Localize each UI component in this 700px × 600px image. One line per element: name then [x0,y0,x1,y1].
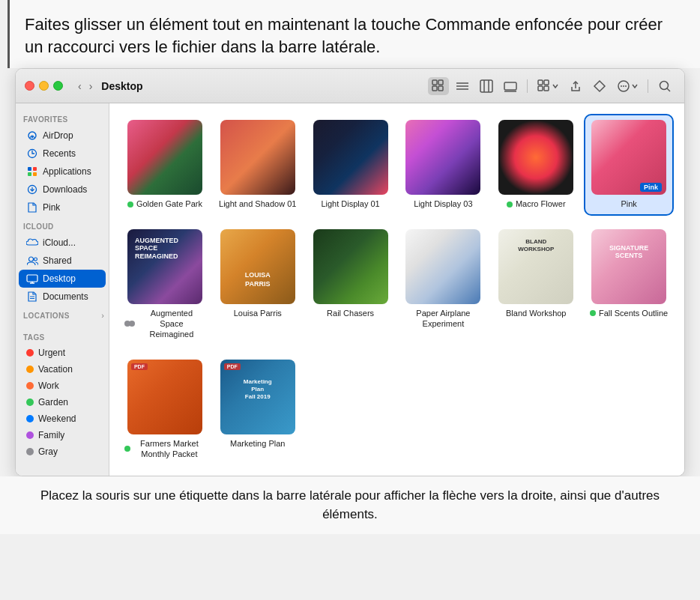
file-name-louisa: Louisa Parris [234,308,282,318]
svg-point-18 [621,85,622,87]
weekend-dot [26,415,34,422]
file-item-golden-gate[interactable]: Golden Gate Park [121,115,208,213]
svg-rect-29 [33,172,37,176]
view-list-button[interactable] [452,77,473,95]
svg-point-24 [31,136,33,138]
sidebar-item-shared[interactable]: Shared [19,252,106,270]
file-item-pink[interactable]: Pink Pink [585,115,672,213]
view-grid-button[interactable] [428,77,449,95]
sidebar-item-tag-family[interactable]: Family [19,427,106,443]
search-button[interactable] [654,77,675,95]
applications-label: Applications [43,166,91,177]
tag-button[interactable] [589,77,610,95]
file-thumb-louisa: LOUISAPARRIS [220,229,295,304]
chevron-down-icon [552,83,558,89]
annotation-top: Faites glisser un élément tout en mainte… [7,0,700,68]
chevron-down-icon-2 [632,83,638,89]
toolbar-divider-1 [527,79,528,93]
pink-doc-icon [26,201,38,213]
file-name-row-fall-scents: Fall Scents Outline [590,308,668,318]
path-title: Desktop [101,80,142,92]
sidebar: Favorites AirDrop [16,103,109,476]
sidebar-item-tag-urgent[interactable]: Urgent [19,345,106,361]
file-item-paper-airplane[interactable]: Paper Airplane Experiment [400,225,487,345]
downloads-icon [26,184,38,196]
svg-rect-3 [438,86,443,91]
file-thumb-augmented: AUGMENTEDSPACEREIMAGINED [127,229,202,304]
file-name-rail-chasers: Rail Chasers [327,308,374,318]
file-name-paper-airplane: Paper Airplane Experiment [403,308,484,330]
family-label: Family [38,430,64,440]
pink-label: Pink [43,202,60,213]
file-grid[interactable]: Golden Gate Park Light and Shadow 01 Lig… [109,103,684,476]
maximize-button[interactable] [53,81,63,91]
file-thumb-farmers-market: PDF [127,360,202,434]
file-item-macro-flower[interactable]: Macro Flower [492,115,579,213]
file-item-light-display-03[interactable]: Light Display 03 [400,115,487,213]
weekend-label: Weekend [38,413,76,424]
file-item-marketing-plan[interactable]: PDF MarketingPlanFall 2019 Marketing Pla… [214,355,301,464]
file-item-bland-workshop[interactable]: BLANDWORKSHOP Bland Workshop [492,225,579,345]
sidebar-item-tag-garden[interactable]: Garden [19,394,106,410]
file-item-rail-chasers[interactable]: Rail Chasers [307,225,394,345]
file-item-farmers-market[interactable]: PDF Farmers Market Monthly Packet [121,355,208,464]
airdrop-label: AirDrop [43,130,73,141]
green-dot-golden-gate [127,201,133,207]
file-item-light-display-01[interactable]: Light Display 01 [307,115,394,213]
locations-collapse-button[interactable]: › [101,311,104,320]
svg-point-19 [623,85,624,87]
view-gallery-button[interactable] [500,77,521,95]
file-name-light-display-01: Light Display 01 [321,199,379,209]
applications-icon [26,166,38,178]
file-thumb-fall-scents: SIGNATURESCENTS [591,229,666,304]
svg-rect-1 [438,80,443,85]
view-columns-button[interactable] [476,77,497,95]
recents-label: Recents [43,148,76,159]
minimize-button[interactable] [39,81,49,91]
sidebar-item-applications[interactable]: Applications [19,163,106,181]
sidebar-item-airdrop[interactable]: AirDrop [19,127,106,145]
forward-button[interactable]: › [86,79,96,94]
finder-body: Favorites AirDrop [16,103,684,476]
bland-text: BLANDWORKSHOP [518,238,554,254]
sidebar-item-desktop[interactable]: Desktop [19,270,106,288]
share-button[interactable] [565,77,586,95]
sidebar-item-downloads[interactable]: Downloads [19,181,106,199]
sidebar-item-tag-weekend[interactable]: Weekend [19,410,106,427]
file-name-marketing-plan: Marketing Plan [230,438,285,449]
svg-rect-12 [538,80,543,85]
annotation-bottom: Placez la souris sur une étiquette dans … [0,476,700,534]
search-icon [658,79,672,93]
sidebar-item-documents[interactable]: Documents [19,288,106,306]
urgent-dot [26,349,34,357]
file-name-row-augmented: Augmented Space Reimagined [124,308,205,340]
file-name-row-light-display-01: Light Display 01 [321,199,379,209]
sidebar-item-recents[interactable]: Recents [19,145,106,163]
documents-label: Documents [43,291,88,302]
group-button[interactable] [534,77,562,95]
sidebar-item-pink[interactable]: Pink [19,199,106,216]
svg-rect-10 [504,82,516,90]
back-button[interactable]: ‹ [75,79,85,94]
file-item-louisa[interactable]: LOUISAPARRIS Louisa Parris [214,225,301,345]
sidebar-item-icloud[interactable]: iCloud... [19,234,106,252]
file-item-fall-scents[interactable]: SIGNATURESCENTS Fall Scents Outline [585,225,672,345]
sidebar-item-tag-gray[interactable]: Gray [19,443,106,460]
sidebar-item-tag-vacation[interactable]: Vacation [19,361,106,378]
file-thumb-pink: Pink [591,120,666,195]
file-item-augmented[interactable]: AUGMENTEDSPACEREIMAGINED Augmented Space… [121,225,208,345]
vacation-label: Vacation [38,364,73,375]
family-dot [26,431,34,439]
green-dot-farmers-market [124,446,130,452]
close-button[interactable] [25,81,34,91]
urgent-label: Urgent [38,348,65,358]
green-dot-macro-flower [507,201,513,207]
file-item-light-shadow[interactable]: Light and Shadow 01 [214,115,301,213]
shared-label: Shared [43,255,72,266]
finder-toolbar: ‹ › Desktop [16,69,684,103]
sidebar-item-tag-work[interactable]: Work [19,378,106,394]
file-name-row-golden-gate: Golden Gate Park [127,199,202,209]
marketing-text: MarketingPlanFall 2019 [244,378,272,401]
file-name-pink: Pink [621,199,636,209]
more-button[interactable] [613,77,642,95]
